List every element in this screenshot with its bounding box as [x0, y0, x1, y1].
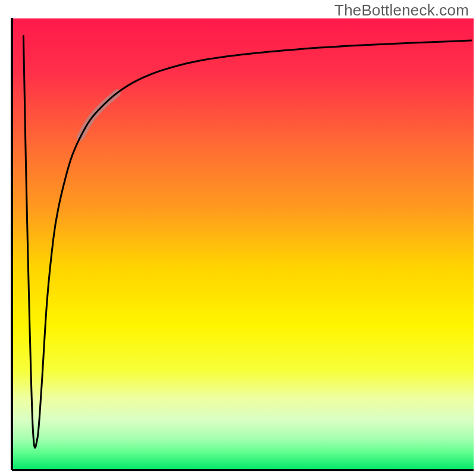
plot-background [12, 18, 474, 470]
chart-container: { "watermark": "TheBottleneck.com", "cha… [0, 0, 476, 476]
chart-svg [0, 0, 476, 476]
